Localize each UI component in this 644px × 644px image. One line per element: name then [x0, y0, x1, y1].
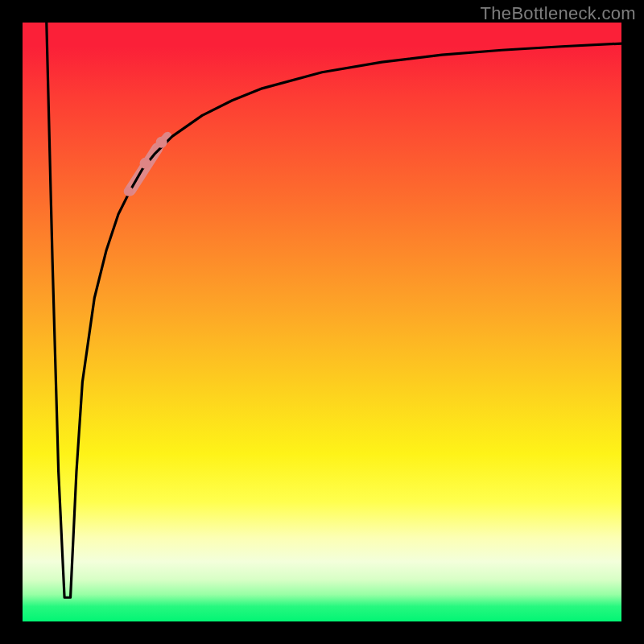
pink-dot-1 [140, 158, 151, 169]
chart-frame: TheBottleneck.com [0, 0, 644, 644]
bottleneck-curve [47, 23, 621, 597]
chart-svg [23, 23, 621, 621]
pink-dot-2 [156, 137, 167, 148]
watermark-text: TheBottleneck.com [481, 3, 636, 24]
dot-layer [124, 137, 167, 196]
pink-dot-3 [124, 187, 134, 196]
curve-layer [47, 23, 621, 597]
